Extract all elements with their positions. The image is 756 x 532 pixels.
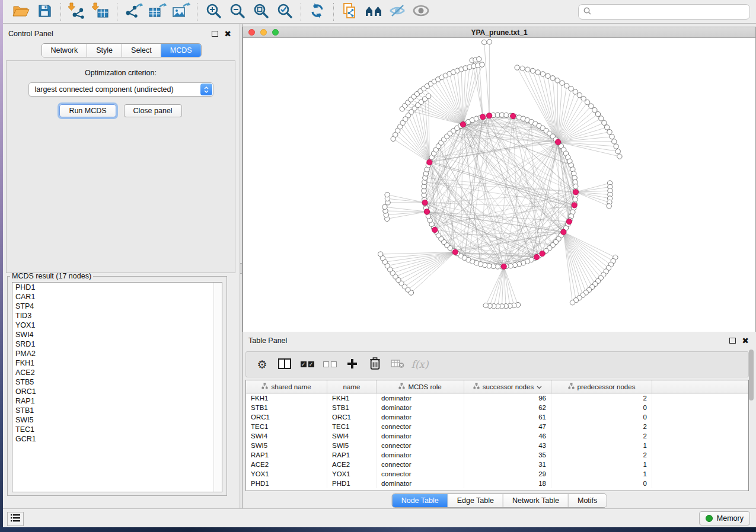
- cell-name[interactable]: ACE2: [327, 460, 377, 469]
- show-all-button[interactable]: [409, 2, 433, 22]
- cell-name[interactable]: SWI5: [327, 441, 377, 450]
- float-panel-icon[interactable]: [729, 338, 736, 344]
- export-network-button[interactable]: [122, 2, 145, 22]
- cell-shared_name[interactable]: ACE2: [246, 460, 327, 469]
- cell-name[interactable]: SWI4: [327, 431, 377, 441]
- cell-shared_name[interactable]: YOX1: [246, 469, 327, 479]
- show-columns-button[interactable]: [273, 355, 296, 374]
- mcds-result-item[interactable]: GCR1: [12, 434, 222, 444]
- cell-mcds_role[interactable]: connector: [377, 441, 464, 450]
- delete-rows-button[interactable]: [363, 355, 386, 374]
- network-canvas[interactable]: [243, 38, 755, 332]
- cell-predecessor_nodes[interactable]: 1: [551, 441, 652, 450]
- column-header-mcds_role[interactable]: MCDS role: [377, 380, 464, 393]
- cell-mcds_role[interactable]: connector: [377, 469, 464, 479]
- mcds-result-item[interactable]: STB5: [12, 377, 222, 387]
- mcds-result-item[interactable]: STP4: [12, 302, 222, 311]
- cell-successor_nodes[interactable]: 43: [464, 441, 551, 450]
- network-window-titlebar[interactable]: YPA_prune.txt_1: [243, 27, 755, 38]
- cell-predecessor_nodes[interactable]: 0: [551, 479, 652, 488]
- cell-successor_nodes[interactable]: 46: [464, 431, 551, 441]
- list-scrollbar-track[interactable]: [213, 283, 222, 492]
- tab-network[interactable]: Network: [42, 44, 87, 57]
- table-row[interactable]: SWI4SWI4dominator462: [246, 431, 748, 441]
- mcds-result-item[interactable]: TEC1: [12, 425, 222, 434]
- save-session-button[interactable]: [33, 2, 56, 22]
- table-row[interactable]: PHD1PHD1dominator180: [246, 479, 748, 488]
- cell-shared_name[interactable]: PHD1: [246, 479, 327, 488]
- cell-predecessor_nodes[interactable]: 1: [551, 469, 652, 479]
- tab-mcds[interactable]: MCDS: [161, 44, 201, 57]
- cell-mcds_role[interactable]: connector: [377, 460, 464, 469]
- cell-predecessor_nodes[interactable]: 2: [551, 450, 652, 460]
- cell-name[interactable]: TEC1: [327, 422, 377, 431]
- cell-mcds_role[interactable]: dominator: [377, 412, 464, 422]
- cell-shared_name[interactable]: STB1: [246, 403, 327, 412]
- zoom-in-button[interactable]: [202, 2, 225, 22]
- zoom-fit-content-button[interactable]: [249, 2, 273, 22]
- mcds-result-item[interactable]: SRD1: [12, 339, 222, 349]
- cell-shared_name[interactable]: SWI4: [246, 431, 327, 441]
- mcds-result-item[interactable]: STB1: [12, 406, 222, 415]
- cell-mcds_role[interactable]: dominator: [377, 479, 464, 488]
- create-column-button[interactable]: [341, 355, 363, 374]
- first-neighbors-button[interactable]: [362, 2, 385, 22]
- column-header-shared_name[interactable]: shared name: [246, 380, 327, 393]
- mcds-result-item[interactable]: ORC1: [12, 387, 222, 396]
- cell-name[interactable]: RAP1: [327, 450, 377, 460]
- optimization-criterion-select[interactable]: largest connected component (undirected): [28, 82, 213, 97]
- cell-name[interactable]: ORC1: [327, 412, 377, 422]
- cell-predecessor_nodes[interactable]: 2: [551, 393, 652, 403]
- select-all-columns-button[interactable]: ✓✓: [296, 355, 318, 374]
- refresh-view-button[interactable]: [305, 2, 329, 22]
- table-tab-network-table[interactable]: Network Table: [503, 494, 568, 507]
- window-close-icon[interactable]: [248, 29, 255, 36]
- table-tab-edge-table[interactable]: Edge Table: [448, 494, 503, 507]
- mcds-result-item[interactable]: PHD1: [12, 283, 222, 292]
- cell-mcds_role[interactable]: dominator: [377, 403, 464, 412]
- table-row[interactable]: YOX1YOX1connector291: [246, 469, 748, 479]
- hide-selected-button[interactable]: [385, 2, 409, 22]
- mcds-result-item[interactable]: RAP1: [12, 396, 222, 406]
- column-header-name[interactable]: name: [327, 380, 377, 393]
- table-settings-button[interactable]: ⚙: [251, 355, 273, 374]
- column-header-successor_nodes[interactable]: successor nodes: [464, 380, 551, 393]
- deselect-all-columns-button[interactable]: [318, 355, 341, 374]
- table-row[interactable]: ORC1ORC1dominator610: [246, 412, 748, 422]
- cell-successor_nodes[interactable]: 31: [464, 460, 551, 469]
- cell-shared_name[interactable]: FKH1: [246, 393, 327, 403]
- clone-network-button[interactable]: [338, 2, 362, 22]
- mcds-result-item[interactable]: YOX1: [12, 321, 222, 330]
- float-panel-icon[interactable]: [212, 31, 218, 37]
- mcds-result-item[interactable]: SWI4: [12, 330, 222, 339]
- cell-mcds_role[interactable]: connector: [377, 422, 464, 431]
- cell-shared_name[interactable]: TEC1: [246, 422, 327, 431]
- zoom-out-button[interactable]: [225, 2, 249, 22]
- memory-button[interactable]: Memory: [699, 511, 750, 525]
- table-scrollbar-thumb[interactable]: [749, 350, 754, 400]
- open-session-button[interactable]: [9, 2, 33, 22]
- mcds-result-item[interactable]: SWI5: [12, 415, 222, 425]
- cell-mcds_role[interactable]: dominator: [377, 393, 464, 403]
- cell-mcds_role[interactable]: dominator: [377, 450, 464, 460]
- cell-successor_nodes[interactable]: 47: [464, 422, 551, 431]
- table-row[interactable]: TEC1TEC1connector472: [246, 422, 748, 431]
- mcds-result-item[interactable]: ACE2: [12, 368, 222, 377]
- window-zoom-icon[interactable]: [272, 29, 279, 36]
- export-image-button[interactable]: [169, 2, 193, 22]
- tab-select[interactable]: Select: [122, 44, 161, 57]
- mcds-result-item[interactable]: PMA2: [12, 349, 222, 358]
- run-mcds-button[interactable]: Run MCDS: [59, 104, 116, 117]
- mcds-result-item[interactable]: CAR1: [12, 292, 222, 302]
- close-panel-button[interactable]: Close panel: [124, 104, 182, 117]
- cell-name[interactable]: STB1: [327, 403, 377, 412]
- table-row[interactable]: STB1STB1dominator620: [246, 403, 748, 412]
- cell-mcds_role[interactable]: dominator: [377, 431, 464, 441]
- close-panel-icon[interactable]: ✖: [742, 337, 749, 344]
- export-table-button[interactable]: [145, 2, 169, 22]
- table-row[interactable]: RAP1RAP1dominator352: [246, 450, 748, 460]
- show-panel-list-button[interactable]: [7, 512, 24, 526]
- cell-shared_name[interactable]: RAP1: [246, 450, 327, 460]
- cell-successor_nodes[interactable]: 62: [464, 403, 551, 412]
- mcds-result-item[interactable]: TID3: [12, 311, 222, 321]
